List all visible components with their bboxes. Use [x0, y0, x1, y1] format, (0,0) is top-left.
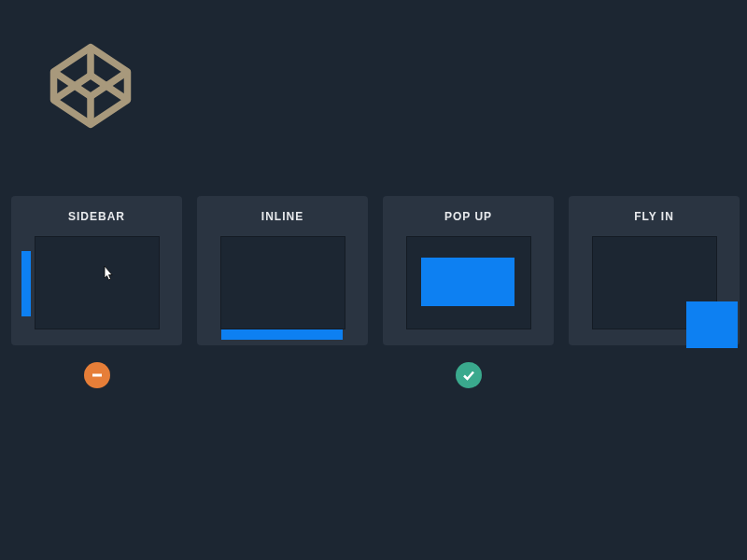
- status-slot-popup: [383, 362, 554, 388]
- flyin-box: [686, 301, 738, 348]
- card-sidebar[interactable]: SIDEBAR: [11, 196, 182, 345]
- card-row: SIDEBAR INLINE POP UP FLY IN: [11, 196, 740, 345]
- card-popup[interactable]: POP UP: [383, 196, 554, 345]
- card-inline[interactable]: INLINE: [197, 196, 368, 345]
- preview-flyin: [592, 236, 717, 329]
- status-slot-inline: [197, 362, 368, 388]
- remove-badge[interactable]: [84, 362, 110, 388]
- card-title: FLY IN: [634, 210, 674, 223]
- status-slot-sidebar: [11, 362, 182, 388]
- check-icon: [461, 368, 476, 383]
- preview-popup: [406, 236, 531, 329]
- svg-rect-3: [92, 374, 102, 377]
- card-title: SIDEBAR: [68, 210, 125, 223]
- codepen-logo-icon: [47, 42, 134, 133]
- preview-sidebar: [35, 236, 160, 329]
- card-flyin[interactable]: FLY IN: [569, 196, 740, 345]
- card-title: POP UP: [444, 210, 492, 223]
- preview-inline: [220, 236, 345, 329]
- ok-badge[interactable]: [456, 362, 482, 388]
- minus-icon: [91, 369, 104, 382]
- status-row: [11, 362, 747, 388]
- inline-bar: [221, 329, 343, 340]
- status-slot-flyin: [569, 362, 740, 388]
- popup-box: [421, 258, 514, 306]
- sidebar-strip: [21, 251, 31, 316]
- card-title: INLINE: [261, 210, 303, 223]
